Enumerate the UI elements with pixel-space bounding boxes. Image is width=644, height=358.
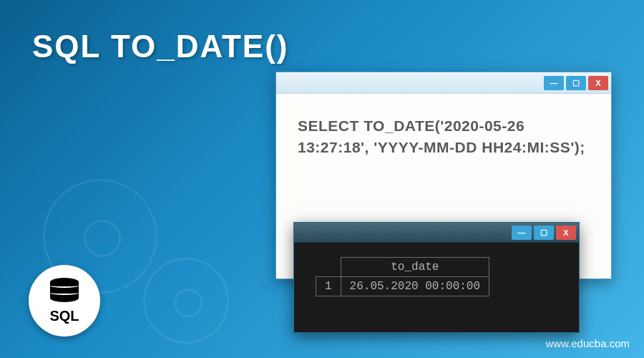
result-value: 26.05.2020 00:00:00 [341, 277, 489, 296]
background-gear-small [143, 258, 229, 344]
sql-badge-label: SQL [49, 308, 79, 324]
table-row: 1 26.05.2020 00:00:00 [316, 277, 489, 296]
result-window-titlebar: — ▢ X [294, 223, 579, 243]
result-table: to_date 1 26.05.2020 00:00:00 [316, 257, 489, 296]
maximize-button[interactable]: ▢ [566, 76, 586, 90]
page-title: SQL TO_DATE() [32, 29, 288, 64]
code-content: SELECT TO_DATE('2020-05-26 13:27:18', 'Y… [276, 94, 611, 180]
row-number: 1 [316, 277, 341, 296]
close-button[interactable]: X [588, 76, 608, 90]
result-window: — ▢ X to_date 1 26.05.2020 00:00:00 [293, 222, 580, 333]
minimize-button[interactable]: — [512, 226, 532, 240]
minimize-button[interactable]: — [544, 76, 564, 90]
close-button[interactable]: X [556, 226, 576, 240]
database-icon [50, 278, 79, 305]
column-header: to_date [341, 258, 489, 277]
code-window-titlebar: — ▢ X [276, 72, 611, 94]
result-content: to_date 1 26.05.2020 00:00:00 [294, 243, 579, 311]
watermark: www.educba.com [545, 337, 630, 349]
sql-badge: SQL [29, 265, 100, 337]
maximize-button[interactable]: ▢ [534, 226, 554, 240]
row-number-header [316, 258, 341, 277]
